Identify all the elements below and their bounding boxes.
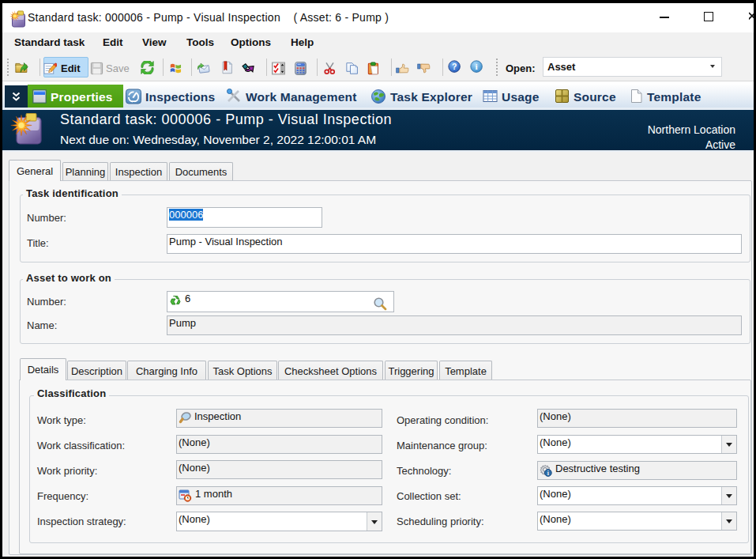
svg-text:?: ? xyxy=(452,62,457,71)
svg-text:i: i xyxy=(476,62,478,71)
